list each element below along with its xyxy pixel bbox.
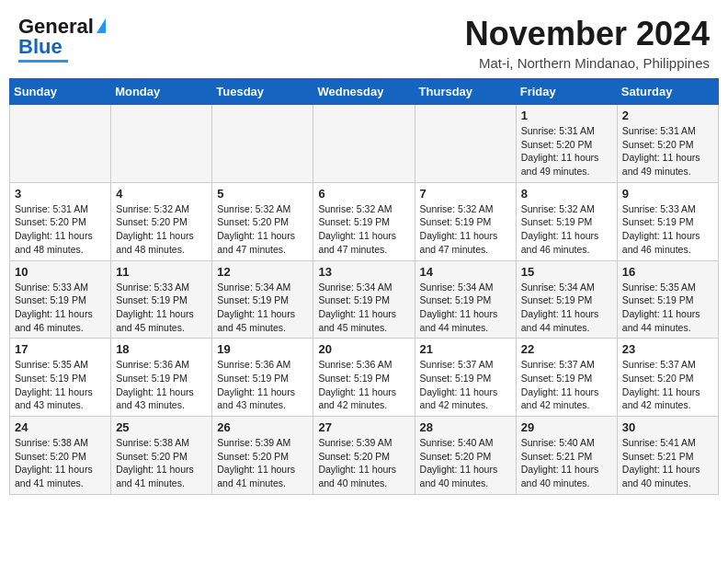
calendar-cell: 4Sunrise: 5:32 AM Sunset: 5:20 PM Daylig… [111,182,212,260]
day-number: 17 [15,342,106,356]
calendar-cell: 6Sunrise: 5:32 AM Sunset: 5:19 PM Daylig… [313,182,415,260]
day-number: 7 [420,187,511,201]
calendar-week-row: 17Sunrise: 5:35 AM Sunset: 5:19 PM Dayli… [10,339,719,417]
calendar-cell: 15Sunrise: 5:34 AM Sunset: 5:19 PM Dayli… [516,260,617,339]
day-info: Sunrise: 5:32 AM Sunset: 5:19 PM Dayligh… [318,202,409,257]
day-number: 23 [622,342,713,356]
day-number: 12 [217,265,308,279]
calendar-cell: 13Sunrise: 5:34 AM Sunset: 5:19 PM Dayli… [313,260,415,339]
calendar-cell: 30Sunrise: 5:41 AM Sunset: 5:21 PM Dayli… [617,417,718,495]
day-number: 28 [420,420,511,434]
day-info: Sunrise: 5:39 AM Sunset: 5:20 PM Dayligh… [217,436,308,490]
day-number: 29 [521,420,612,434]
day-number: 5 [217,187,308,201]
day-info: Sunrise: 5:34 AM Sunset: 5:19 PM Dayligh… [217,281,308,335]
day-number: 21 [420,342,511,356]
calendar-cell: 3Sunrise: 5:31 AM Sunset: 5:20 PM Daylig… [10,182,111,260]
calendar-week-row: 10Sunrise: 5:33 AM Sunset: 5:19 PM Dayli… [10,260,719,339]
calendar-cell: 27Sunrise: 5:39 AM Sunset: 5:20 PM Dayli… [313,417,415,495]
location-title: Mat-i, Northern Mindanao, Philippines [465,55,710,71]
day-number: 8 [521,187,612,201]
calendar-cell: 22Sunrise: 5:37 AM Sunset: 5:19 PM Dayli… [516,339,617,417]
day-number: 3 [15,187,106,201]
calendar-cell: 28Sunrise: 5:40 AM Sunset: 5:20 PM Dayli… [415,417,516,495]
calendar-cell: 25Sunrise: 5:38 AM Sunset: 5:20 PM Dayli… [111,417,212,495]
day-info: Sunrise: 5:36 AM Sunset: 5:19 PM Dayligh… [318,358,409,412]
header-saturday: Saturday [617,79,718,105]
calendar-container: Sunday Monday Tuesday Wednesday Thursday… [0,78,728,504]
calendar-cell: 23Sunrise: 5:37 AM Sunset: 5:20 PM Dayli… [617,339,718,417]
day-info: Sunrise: 5:32 AM Sunset: 5:20 PM Dayligh… [217,202,308,257]
calendar-cell: 1Sunrise: 5:31 AM Sunset: 5:20 PM Daylig… [516,105,617,183]
calendar-cell: 29Sunrise: 5:40 AM Sunset: 5:21 PM Dayli… [516,417,617,495]
day-info: Sunrise: 5:34 AM Sunset: 5:19 PM Dayligh… [420,281,511,335]
calendar-cell: 10Sunrise: 5:33 AM Sunset: 5:19 PM Dayli… [10,260,111,339]
day-info: Sunrise: 5:36 AM Sunset: 5:19 PM Dayligh… [217,358,308,412]
day-info: Sunrise: 5:31 AM Sunset: 5:20 PM Dayligh… [521,124,612,178]
day-info: Sunrise: 5:37 AM Sunset: 5:19 PM Dayligh… [420,358,511,412]
month-title: November 2024 [465,15,710,53]
calendar-cell: 12Sunrise: 5:34 AM Sunset: 5:19 PM Dayli… [212,260,313,339]
day-number: 13 [318,265,409,279]
calendar-cell: 24Sunrise: 5:38 AM Sunset: 5:20 PM Dayli… [10,417,111,495]
day-info: Sunrise: 5:33 AM Sunset: 5:19 PM Dayligh… [116,281,207,335]
day-info: Sunrise: 5:32 AM Sunset: 5:19 PM Dayligh… [521,202,612,257]
day-number: 4 [116,187,207,201]
calendar-cell: 9Sunrise: 5:33 AM Sunset: 5:19 PM Daylig… [617,182,718,260]
calendar-week-row: 3Sunrise: 5:31 AM Sunset: 5:20 PM Daylig… [10,182,719,260]
header-monday: Monday [111,79,212,105]
calendar-cell: 7Sunrise: 5:32 AM Sunset: 5:19 PM Daylig… [415,182,516,260]
title-area: November 2024 Mat-i, Northern Mindanao, … [465,15,710,71]
calendar-cell [212,105,313,183]
day-number: 22 [521,342,612,356]
day-number: 18 [116,342,207,356]
day-info: Sunrise: 5:40 AM Sunset: 5:20 PM Dayligh… [420,436,511,490]
day-number: 11 [116,265,207,279]
day-info: Sunrise: 5:38 AM Sunset: 5:20 PM Dayligh… [15,436,106,490]
calendar-cell [10,105,111,183]
day-info: Sunrise: 5:37 AM Sunset: 5:19 PM Dayligh… [521,358,612,412]
calendar-cell: 17Sunrise: 5:35 AM Sunset: 5:19 PM Dayli… [10,339,111,417]
day-number: 26 [217,420,308,434]
calendar-cell: 18Sunrise: 5:36 AM Sunset: 5:19 PM Dayli… [111,339,212,417]
day-info: Sunrise: 5:36 AM Sunset: 5:19 PM Dayligh… [116,358,207,412]
day-info: Sunrise: 5:33 AM Sunset: 5:19 PM Dayligh… [15,281,106,335]
calendar-cell: 20Sunrise: 5:36 AM Sunset: 5:19 PM Dayli… [313,339,415,417]
calendar-cell: 11Sunrise: 5:33 AM Sunset: 5:19 PM Dayli… [111,260,212,339]
day-info: Sunrise: 5:31 AM Sunset: 5:20 PM Dayligh… [15,202,106,257]
calendar-week-row: 24Sunrise: 5:38 AM Sunset: 5:20 PM Dayli… [10,417,719,495]
day-info: Sunrise: 5:35 AM Sunset: 5:19 PM Dayligh… [15,358,106,412]
calendar-cell: 26Sunrise: 5:39 AM Sunset: 5:20 PM Dayli… [212,417,313,495]
logo-triangle-icon [97,18,106,33]
calendar-cell: 21Sunrise: 5:37 AM Sunset: 5:19 PM Dayli… [415,339,516,417]
calendar-cell: 2Sunrise: 5:31 AM Sunset: 5:20 PM Daylig… [617,105,718,183]
day-number: 19 [217,342,308,356]
day-info: Sunrise: 5:34 AM Sunset: 5:19 PM Dayligh… [521,281,612,335]
calendar-cell [415,105,516,183]
day-info: Sunrise: 5:38 AM Sunset: 5:20 PM Dayligh… [116,436,207,490]
day-number: 9 [622,187,713,201]
calendar-cell: 19Sunrise: 5:36 AM Sunset: 5:19 PM Dayli… [212,339,313,417]
day-info: Sunrise: 5:41 AM Sunset: 5:21 PM Dayligh… [622,436,713,490]
logo-blue: Blue [18,35,63,59]
day-number: 10 [15,265,106,279]
calendar-cell: 5Sunrise: 5:32 AM Sunset: 5:20 PM Daylig… [212,182,313,260]
calendar-week-row: 1Sunrise: 5:31 AM Sunset: 5:20 PM Daylig… [10,105,719,183]
header-wednesday: Wednesday [313,79,415,105]
day-number: 20 [318,342,409,356]
page-header: General Blue November 2024 Mat-i, Northe… [0,0,728,78]
header-sunday: Sunday [10,79,111,105]
day-info: Sunrise: 5:31 AM Sunset: 5:20 PM Dayligh… [622,124,713,178]
day-number: 15 [521,265,612,279]
calendar-body: 1Sunrise: 5:31 AM Sunset: 5:20 PM Daylig… [10,105,719,495]
day-info: Sunrise: 5:39 AM Sunset: 5:20 PM Dayligh… [318,436,409,490]
day-info: Sunrise: 5:40 AM Sunset: 5:21 PM Dayligh… [521,436,612,490]
calendar-cell [111,105,212,183]
day-info: Sunrise: 5:37 AM Sunset: 5:20 PM Dayligh… [622,358,713,412]
day-number: 2 [622,109,713,122]
day-info: Sunrise: 5:34 AM Sunset: 5:19 PM Dayligh… [318,281,409,335]
weekday-header-row: Sunday Monday Tuesday Wednesday Thursday… [10,79,719,105]
day-number: 16 [622,265,713,279]
calendar-cell [313,105,415,183]
header-friday: Friday [516,79,617,105]
